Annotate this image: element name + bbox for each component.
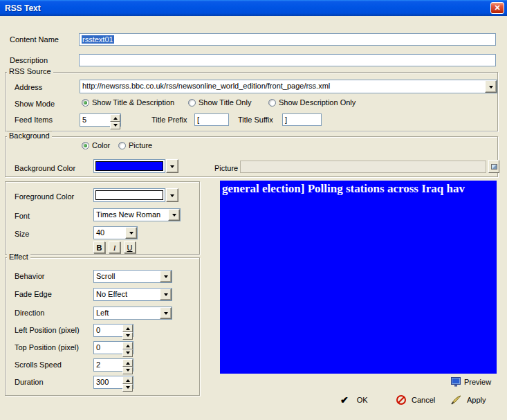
close-icon: ✕ (494, 3, 500, 12)
effect-group: Effect Behavior Scroll Fade Edge No Effe… (5, 257, 200, 396)
spinner-buttons (122, 359, 133, 371)
duration-up-button[interactable] (122, 376, 133, 384)
duration-spinner[interactable]: 300 (93, 376, 133, 389)
fade-edge-value: No Effect (94, 289, 160, 300)
title-prefix-input[interactable]: [ (194, 113, 229, 126)
spinner-down-icon (126, 351, 130, 356)
content-name-value: rsstext01 (82, 35, 114, 44)
picture-browse-button[interactable] (488, 160, 499, 173)
left-position-down-button[interactable] (122, 332, 133, 340)
scrolls-speed-up-button[interactable] (122, 359, 133, 367)
behavior-value: Scroll (94, 271, 160, 282)
spinner-up-icon (126, 360, 130, 365)
top-position-label: Top Position (pixel) (15, 343, 79, 351)
scrolls-speed-spinner[interactable]: 2 (93, 358, 133, 372)
foreground-color-label: Foreground Color (15, 192, 74, 201)
check-icon: ✔ (340, 395, 349, 405)
top-position-value: 0 (94, 342, 122, 354)
background-color-combo[interactable] (93, 159, 178, 173)
direction-value: Left (94, 307, 160, 319)
fade-edge-combo[interactable]: No Effect (93, 288, 172, 301)
address-dropdown-button[interactable] (485, 80, 497, 93)
close-button[interactable]: ✕ (490, 2, 504, 14)
address-combo[interactable]: http://newsrss.bbc.co.uk/rss/newsonline_… (80, 80, 497, 93)
left-position-up-button[interactable] (122, 325, 133, 332)
chevron-down-icon (170, 194, 174, 199)
top-position-down-button[interactable] (122, 349, 133, 357)
description-input[interactable] (79, 54, 496, 66)
radio-label: Show Description Only (279, 98, 356, 107)
cancel-button-label: Cancel (412, 396, 435, 404)
picture-browse-icon (491, 164, 497, 170)
cancel-icon (396, 395, 406, 405)
behavior-combo[interactable]: Scroll (93, 270, 172, 283)
foreground-color-dropdown-button[interactable] (166, 188, 178, 202)
title-suffix-input[interactable]: ] (282, 113, 322, 126)
duration-value: 300 (94, 376, 122, 388)
radio-button-icon (82, 142, 89, 149)
font-combo[interactable]: Times New Roman (93, 208, 181, 221)
direction-dropdown-button[interactable] (160, 307, 172, 319)
radio-background-color[interactable]: Color (82, 141, 110, 149)
top-position-up-button[interactable] (122, 342, 133, 349)
scrolls-speed-down-button[interactable] (122, 367, 133, 374)
feed-items-spinner[interactable]: 5 (80, 113, 121, 127)
show-mode-label: Show Mode (15, 100, 55, 108)
underline-button[interactable]: U (124, 241, 136, 253)
size-dropdown-button[interactable] (125, 227, 137, 239)
size-label: Size (15, 230, 29, 238)
spinner-down-icon (126, 386, 130, 391)
feed-items-down-button[interactable] (110, 122, 120, 129)
spinner-buttons (122, 376, 133, 388)
chevron-down-icon (164, 312, 168, 317)
text-style-group: Foreground Color Font Times New Roman Si… (5, 181, 200, 255)
background-group: Background Color Picture Background Colo… (5, 136, 498, 177)
rss-source-group: RSS Source Address http://newsrss.bbc.co… (5, 72, 498, 131)
radio-show-title-description[interactable]: Show Title & Description (82, 98, 174, 107)
titlebar: RSS Text ✕ (0, 0, 507, 16)
radio-show-description-only[interactable]: Show Description Only (268, 98, 356, 107)
content-name-input[interactable]: rsstext01 (79, 33, 496, 46)
radio-show-title-only[interactable]: Show Title Only (188, 98, 251, 107)
left-position-spinner[interactable]: 0 (93, 324, 133, 337)
title-prefix-label: Title Prefix (151, 116, 187, 124)
scrolls-speed-label: Scrolls Speed (15, 360, 62, 369)
radio-label: Picture (129, 141, 152, 149)
cancel-button[interactable]: Cancel (396, 395, 435, 405)
radio-label: Show Title & Description (92, 98, 174, 107)
ok-button[interactable]: ✔ OK (340, 395, 368, 405)
font-dropdown-button[interactable] (168, 209, 180, 221)
ok-button-label: OK (357, 396, 368, 404)
size-combo[interactable]: 40 (93, 226, 138, 239)
behavior-dropdown-button[interactable] (160, 271, 172, 282)
feed-items-label: Feed Items (15, 116, 53, 124)
foreground-color-combo[interactable] (93, 188, 178, 202)
address-value: http://newsrss.bbc.co.uk/rss/newsonline_… (80, 80, 485, 93)
duration-down-button[interactable] (122, 384, 133, 392)
picture-input[interactable] (240, 161, 486, 173)
background-color-dropdown-button[interactable] (166, 159, 178, 173)
fade-edge-dropdown-button[interactable] (160, 289, 172, 300)
spinner-up-icon (126, 325, 130, 330)
apply-button[interactable]: Apply (451, 395, 486, 405)
swatch-frame (93, 188, 165, 202)
preview-button[interactable]: Preview (451, 377, 491, 387)
radio-button-icon (188, 99, 196, 107)
chevron-down-icon (489, 86, 493, 91)
swatch-frame (93, 159, 165, 173)
preview-icon (451, 377, 461, 387)
direction-combo[interactable]: Left (93, 307, 172, 320)
chevron-down-icon (164, 275, 168, 280)
left-position-value: 0 (94, 325, 122, 336)
bold-button[interactable]: B (93, 241, 105, 253)
feed-items-value: 5 (80, 114, 110, 126)
radio-label: Show Title Only (199, 98, 251, 107)
window-title: RSS Text (0, 3, 41, 13)
spinner-buttons (122, 342, 133, 354)
address-label: Address (15, 83, 42, 91)
apply-button-label: Apply (467, 396, 486, 404)
italic-button[interactable]: I (109, 241, 120, 253)
feed-items-up-button[interactable] (110, 114, 120, 122)
top-position-spinner[interactable]: 0 (93, 341, 133, 354)
radio-background-picture[interactable]: Picture (118, 141, 152, 149)
